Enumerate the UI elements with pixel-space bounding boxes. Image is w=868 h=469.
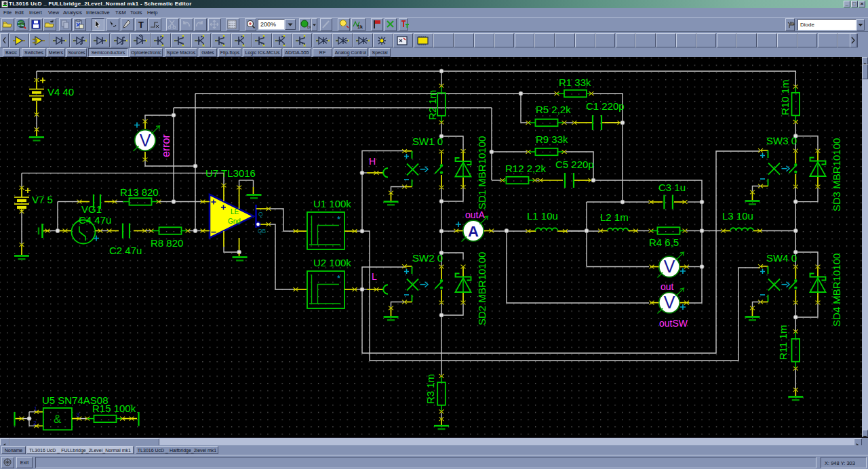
- svg-text:A: A: [468, 223, 479, 240]
- svg-text:outSW: outSW: [659, 318, 688, 329]
- svg-text:2: 2: [33, 420, 37, 426]
- svg-text:QB: QB: [258, 228, 267, 234]
- svg-text:SD1 MBR10100: SD1 MBR10100: [476, 136, 488, 209]
- svg-text:&: &: [54, 413, 62, 426]
- svg-text:*: *: [337, 214, 340, 224]
- svg-text:VG1: VG1: [81, 203, 102, 215]
- svg-text:SD3 MBR10100: SD3 MBR10100: [831, 138, 842, 211]
- svg-text:Gnd: Gnd: [228, 218, 241, 225]
- svg-text:V4 40: V4 40: [47, 86, 74, 98]
- svg-text:L3 10u: L3 10u: [722, 210, 753, 222]
- svg-text:error: error: [160, 134, 172, 157]
- svg-text:R3 1m: R3 1m: [425, 374, 436, 404]
- svg-text:LE: LE: [231, 208, 239, 216]
- svg-text:C1 220p: C1 220p: [586, 100, 625, 112]
- svg-text:C2 47u: C2 47u: [109, 245, 142, 256]
- svg-text:outA: outA: [465, 209, 485, 220]
- svg-text:C4 47u: C4 47u: [79, 214, 111, 226]
- svg-text:C5 220p: C5 220p: [555, 159, 594, 170]
- svg-text:C3 1u: C3 1u: [658, 182, 686, 193]
- svg-text:*: *: [337, 273, 340, 283]
- svg-text:U1 100k: U1 100k: [313, 198, 351, 209]
- svg-text:R9 33k: R9 33k: [536, 134, 568, 145]
- svg-text:1: 1: [34, 405, 37, 412]
- svg-text:R2 1m: R2 1m: [427, 90, 438, 120]
- svg-text:H: H: [369, 156, 376, 167]
- svg-text:R13 820: R13 820: [120, 186, 159, 198]
- svg-text:V: V: [140, 131, 151, 150]
- svg-text:SD4 MBR10100: SD4 MBR10100: [831, 253, 842, 327]
- svg-text:V7 5: V7 5: [32, 194, 53, 205]
- svg-text:U7 TL3016: U7 TL3016: [205, 167, 256, 179]
- svg-text:L1 10u: L1 10u: [527, 210, 558, 222]
- svg-text:DC: DC: [307, 25, 311, 29]
- svg-text:R8 820: R8 820: [151, 237, 183, 249]
- svg-text:R12 2,2k: R12 2,2k: [505, 163, 547, 174]
- svg-text:R10 1m: R10 1m: [779, 79, 791, 115]
- svg-text:U2 100k: U2 100k: [313, 257, 351, 268]
- svg-text:L: L: [372, 271, 377, 282]
- svg-text:R11 1m: R11 1m: [777, 325, 789, 360]
- svg-text:V: V: [664, 293, 675, 312]
- svg-text:SD2 MBR10100: SD2 MBR10100: [476, 252, 488, 325]
- svg-text:Q: Q: [258, 211, 263, 218]
- svg-text:R5 2,2k: R5 2,2k: [536, 104, 571, 115]
- svg-text:L2 1m: L2 1m: [600, 211, 629, 223]
- svg-text:1k: 1k: [357, 24, 363, 29]
- svg-text:R4 6,5: R4 6,5: [649, 237, 679, 248]
- svg-text:3: 3: [77, 411, 80, 418]
- svg-text:SW4 0: SW4 0: [766, 252, 797, 264]
- svg-text:T: T: [138, 20, 144, 30]
- svg-text:V: V: [664, 257, 675, 276]
- svg-text:R15 100k: R15 100k: [92, 403, 136, 414]
- svg-text:R1 33k: R1 33k: [559, 77, 591, 88]
- svg-text:SW3 0: SW3 0: [766, 135, 797, 146]
- svg-text:SW2 0: SW2 0: [412, 252, 443, 264]
- svg-text:SW1 0: SW1 0: [412, 136, 443, 147]
- svg-text:out: out: [660, 281, 674, 292]
